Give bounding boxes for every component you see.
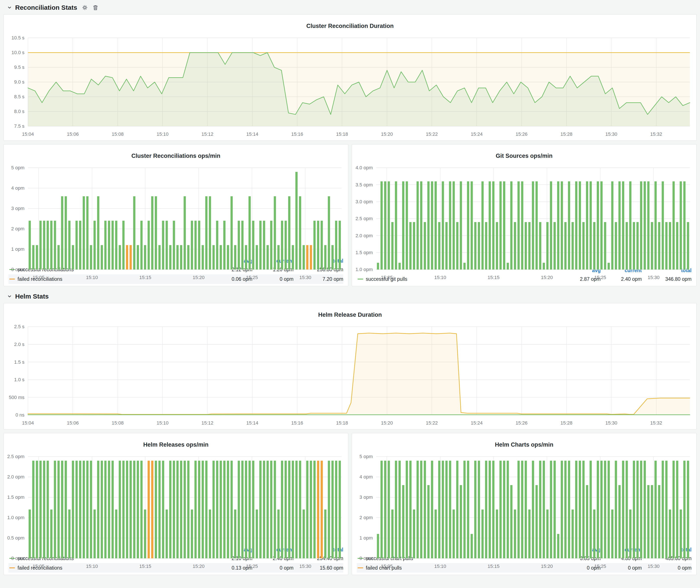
- svg-text:0 opm: 0 opm: [360, 556, 373, 561]
- svg-text:15:15: 15:15: [139, 564, 151, 569]
- svg-text:15:18: 15:18: [336, 131, 348, 137]
- svg-text:2.5 opm: 2.5 opm: [356, 216, 373, 221]
- panel-title-cluster-reconciliations[interactable]: Cluster Reconciliations ops/min: [4, 149, 348, 160]
- svg-text:15:20: 15:20: [381, 131, 393, 137]
- svg-text:3 opm: 3 opm: [11, 206, 24, 211]
- svg-text:15:30: 15:30: [299, 275, 311, 280]
- section-header-helm-stats[interactable]: Helm Stats: [3, 290, 697, 303]
- svg-text:2.0 opm: 2.0 opm: [356, 233, 373, 238]
- svg-text:2.0 s: 2.0 s: [14, 342, 24, 347]
- helm-release-duration-chart[interactable]: 15:0415:0615:0815:1015:1215:1415:1615:18…: [4, 324, 696, 429]
- svg-text:0 opm: 0 opm: [11, 267, 24, 272]
- svg-text:10.0 s: 10.0 s: [11, 50, 24, 55]
- svg-text:15:10: 15:10: [434, 275, 446, 280]
- svg-text:0 ns: 0 ns: [15, 412, 24, 418]
- panel-title-git-sources[interactable]: Git Sources ops/min: [352, 149, 696, 160]
- cluster-reconciliations-chart[interactable]: 15:0515:1015:1515:2015:2515:300 opm1 opm…: [4, 165, 348, 257]
- svg-text:15:20: 15:20: [193, 275, 205, 280]
- svg-text:2.5 s: 2.5 s: [14, 324, 24, 329]
- svg-text:15:10: 15:10: [434, 564, 446, 569]
- svg-text:15:18: 15:18: [336, 420, 348, 426]
- svg-text:0.5 opm: 0.5 opm: [7, 535, 25, 541]
- panel-helm-release-duration: Helm Release Duration 15:0415:0615:0815:…: [3, 303, 697, 430]
- svg-text:2.0 opm: 2.0 opm: [7, 474, 25, 480]
- chevron-down-icon[interactable]: [7, 294, 12, 299]
- svg-text:15:28: 15:28: [560, 131, 572, 137]
- svg-text:15:25: 15:25: [246, 275, 258, 280]
- svg-text:15:05: 15:05: [381, 564, 393, 569]
- svg-text:2 opm: 2 opm: [360, 515, 373, 520]
- panel-helm-charts: Helm Charts ops/min 15:0515:1015:1515:20…: [352, 433, 697, 575]
- svg-text:15:30: 15:30: [605, 420, 617, 426]
- svg-text:15:15: 15:15: [488, 564, 500, 569]
- svg-text:2.5 opm: 2.5 opm: [7, 454, 25, 459]
- panel-title-helm-releases[interactable]: Helm Releases ops/min: [4, 438, 348, 449]
- section-title[interactable]: Reconciliation Stats: [15, 4, 77, 11]
- svg-text:15:04: 15:04: [22, 420, 34, 426]
- dashboard: Reconciliation Stats Cluster Reconciliat…: [0, 0, 700, 582]
- helm-releases-chart[interactable]: 15:0515:1015:1515:2015:2515:300 opm0.5 o…: [4, 454, 348, 546]
- svg-text:15:20: 15:20: [541, 275, 553, 280]
- svg-text:15:25: 15:25: [594, 275, 606, 280]
- svg-text:15:05: 15:05: [33, 275, 45, 280]
- svg-text:15:10: 15:10: [156, 420, 168, 426]
- svg-text:15:10: 15:10: [86, 564, 98, 569]
- svg-text:15:32: 15:32: [650, 420, 662, 426]
- svg-text:15:14: 15:14: [246, 420, 258, 426]
- svg-text:15:04: 15:04: [22, 131, 34, 137]
- gear-icon[interactable]: [82, 4, 88, 11]
- svg-text:3 opm: 3 opm: [360, 494, 373, 500]
- panel-title-helm-charts[interactable]: Helm Charts ops/min: [352, 438, 696, 449]
- svg-text:1.0 s: 1.0 s: [14, 377, 24, 382]
- svg-text:15:20: 15:20: [381, 420, 393, 426]
- trash-icon[interactable]: [92, 5, 98, 11]
- chevron-down-icon[interactable]: [7, 5, 12, 10]
- panel-cluster-reconciliation-duration: Cluster Reconciliation Duration 15:0415:…: [3, 14, 697, 141]
- section-header-reconciliation-stats[interactable]: Reconciliation Stats: [3, 1, 697, 14]
- panel-git-sources: Git Sources ops/min 15:0515:1015:1515:20…: [352, 144, 697, 286]
- svg-text:0 opm: 0 opm: [11, 556, 24, 561]
- svg-text:1 opm: 1 opm: [11, 246, 24, 252]
- panel-cluster-reconciliations: Cluster Reconciliations ops/min 15:0515:…: [3, 144, 348, 286]
- svg-text:4.0 opm: 4.0 opm: [356, 165, 373, 170]
- svg-text:1.0 opm: 1.0 opm: [7, 515, 25, 520]
- panel-helm-releases: Helm Releases ops/min 15:0515:1015:1515:…: [3, 433, 348, 575]
- svg-text:7.5 s: 7.5 s: [14, 123, 24, 129]
- panel-title-cluster-reconciliation-duration[interactable]: Cluster Reconciliation Duration: [4, 19, 696, 30]
- cluster-reconciliation-duration-chart[interactable]: 15:0415:0615:0815:1015:1215:1415:1615:18…: [4, 35, 696, 141]
- svg-text:5 opm: 5 opm: [11, 165, 24, 170]
- svg-text:15:28: 15:28: [560, 420, 572, 426]
- svg-text:15:30: 15:30: [299, 564, 311, 569]
- panel-title-helm-release-duration[interactable]: Helm Release Duration: [4, 308, 696, 319]
- git-sources-chart[interactable]: 15:0515:1015:1515:2015:2515:301.0 opm1.5…: [352, 165, 696, 266]
- svg-text:15:15: 15:15: [139, 275, 151, 280]
- svg-text:15:30: 15:30: [648, 564, 660, 569]
- svg-text:1.5 s: 1.5 s: [14, 359, 24, 365]
- svg-text:15:26: 15:26: [516, 420, 527, 426]
- section-title[interactable]: Helm Stats: [15, 293, 49, 300]
- svg-text:15:20: 15:20: [193, 564, 205, 569]
- svg-text:15:10: 15:10: [86, 275, 98, 280]
- svg-text:8.0 s: 8.0 s: [14, 109, 24, 114]
- svg-text:15:25: 15:25: [594, 564, 606, 569]
- svg-text:10.5 s: 10.5 s: [11, 35, 24, 40]
- svg-text:15:06: 15:06: [67, 131, 79, 137]
- svg-text:15:30: 15:30: [648, 275, 660, 280]
- svg-text:9.0 s: 9.0 s: [14, 79, 24, 85]
- svg-text:500 ms: 500 ms: [9, 395, 24, 400]
- svg-text:1 opm: 1 opm: [360, 535, 373, 541]
- svg-text:1.5 opm: 1.5 opm: [356, 250, 373, 255]
- svg-text:15:05: 15:05: [33, 564, 45, 569]
- svg-text:15:05: 15:05: [381, 275, 393, 280]
- svg-text:3.5 opm: 3.5 opm: [356, 182, 373, 187]
- svg-text:4 opm: 4 opm: [360, 474, 373, 480]
- svg-text:15:12: 15:12: [202, 420, 213, 426]
- svg-text:15:22: 15:22: [426, 131, 438, 137]
- svg-text:15:08: 15:08: [112, 420, 124, 426]
- svg-text:1.0 opm: 1.0 opm: [356, 267, 373, 272]
- svg-text:15:16: 15:16: [291, 131, 303, 137]
- svg-text:5 opm: 5 opm: [360, 454, 373, 459]
- svg-text:3.0 opm: 3.0 opm: [356, 199, 373, 204]
- svg-text:15:24: 15:24: [471, 420, 483, 426]
- helm-charts-chart[interactable]: 15:0515:1015:1515:2015:2515:300 opm1 opm…: [352, 454, 696, 546]
